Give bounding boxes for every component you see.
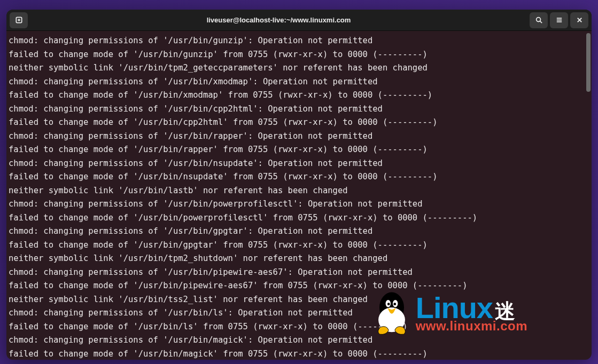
svg-point-1 [536, 18, 540, 22]
terminal-area[interactable]: chmod: changing permissions of '/usr/bin… [6, 31, 592, 360]
window-title: liveuser@localhost-live:~/www.linuxmi.co… [28, 16, 530, 24]
terminal-window: liveuser@localhost-live:~/www.linuxmi.co… [6, 10, 592, 360]
plus-icon [15, 16, 23, 24]
new-tab-button[interactable] [10, 12, 28, 28]
scrollbar-thumb[interactable] [586, 33, 591, 92]
search-button[interactable] [530, 12, 548, 28]
terminal-output: chmod: changing permissions of '/usr/bin… [6, 31, 585, 360]
titlebar: liveuser@localhost-live:~/www.linuxmi.co… [6, 10, 592, 31]
search-icon [535, 16, 543, 24]
hamburger-icon [555, 16, 563, 24]
menu-button[interactable] [550, 12, 568, 28]
close-icon [576, 16, 584, 24]
close-button[interactable] [570, 12, 588, 28]
